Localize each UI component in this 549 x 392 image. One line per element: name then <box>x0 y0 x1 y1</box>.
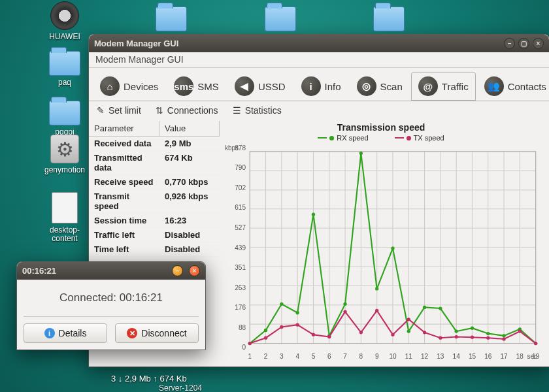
desktop-icon-desktop-content[interactable]: desktop-content <box>39 192 90 243</box>
statistics-button[interactable]: ☰ Statistics <box>233 105 282 116</box>
chart-ytick: 527 <box>226 223 246 231</box>
chart-xlabel: sec <box>527 353 537 360</box>
svg-point-41 <box>407 330 410 333</box>
svg-point-67 <box>518 330 522 333</box>
gear-icon <box>50 135 79 163</box>
close-button[interactable]: × <box>533 38 544 49</box>
tab-ussd[interactable]: ◀USSD <box>227 72 293 101</box>
desktop-icon-folder[interactable] <box>363 7 414 34</box>
svg-point-38 <box>359 152 363 155</box>
desktop-icon-folder[interactable] <box>255 7 306 34</box>
chart-xtick: 11 <box>405 353 412 360</box>
connection-status-label: Connected: 00:16:21 <box>24 291 199 304</box>
svg-point-68 <box>534 342 537 345</box>
svg-point-64 <box>471 336 474 339</box>
folder-icon <box>49 101 80 125</box>
connections-button[interactable]: ⇅ Connections <box>156 105 218 116</box>
desktop-icon-HUAWEI[interactable]: HUAWEI <box>39 1 90 41</box>
traffic-statusbar: 3 ↓ 2,9 Mb ↑ 674 Kb <box>111 374 187 384</box>
conn-titlebar[interactable]: 00:16:21 – × <box>17 262 205 280</box>
folder-icon <box>156 7 187 31</box>
svg-point-40 <box>391 246 394 250</box>
desktop-icon-genymotion[interactable]: genymotion <box>39 135 90 174</box>
tab-traffic[interactable]: @Traffic <box>411 72 476 101</box>
param-name: Traffic left <box>89 228 159 242</box>
svg-point-51 <box>264 336 267 340</box>
connection-window: 00:16:21 – × Connected: 00:16:21 i Detai… <box>16 261 206 350</box>
chart-ytick: 351 <box>226 264 246 271</box>
mm-menubar[interactable]: Modem Manager GUI <box>89 52 549 68</box>
edit-icon: ✎ <box>97 105 105 116</box>
chart-area: Transmission speed RX speedTX speed kbps… <box>220 121 549 367</box>
mm-tabs: ⌂DevicessmsSMS◀USSDiInfo◎Scan@Traffic👥Co… <box>89 68 549 101</box>
svg-point-54 <box>312 333 315 336</box>
param-value: Disabled <box>159 242 220 256</box>
connections-label: Connections <box>167 105 218 116</box>
svg-point-60 <box>407 318 410 321</box>
toolbar-icon: 👥 <box>484 76 504 96</box>
tab-label: Traffic <box>442 81 469 92</box>
desktop-icon-label: paq <box>39 78 90 87</box>
tab-devices[interactable]: ⌂Devices <box>93 72 165 101</box>
param-value: 0,926 kbps <box>159 189 220 213</box>
desktop-icon-label: HUAWEI <box>39 33 90 41</box>
doc-icon <box>52 192 78 223</box>
list-icon: ☰ <box>233 105 241 116</box>
svg-point-35 <box>312 213 315 216</box>
maximize-button[interactable]: ▢ <box>518 38 529 49</box>
toolbar-icon: sms <box>174 76 193 96</box>
conn-minimize-button[interactable]: – <box>172 265 183 276</box>
minimize-button[interactable]: – <box>504 38 515 49</box>
chart-ytick: 702 <box>226 184 246 191</box>
legend-item: TX speed <box>395 134 444 142</box>
chart-xtick: 18 <box>516 353 524 360</box>
chart-ytick: 88 <box>226 323 246 331</box>
set-limit-button[interactable]: ✎ Set limit <box>97 105 141 116</box>
tab-label: Scan <box>380 81 403 92</box>
svg-point-45 <box>471 327 474 330</box>
param-header-value[interactable]: Value <box>159 121 220 136</box>
conn-close-button[interactable]: × <box>189 265 200 276</box>
tab-label: Devices <box>124 81 158 92</box>
svg-point-32 <box>264 329 267 332</box>
tab-contacts[interactable]: 👥Contacts <box>477 72 549 101</box>
tab-label: Contacts <box>508 81 546 92</box>
chart-xtick: 2 <box>264 353 268 360</box>
toolbar-icon: ⌂ <box>100 76 120 96</box>
mm-titlebar[interactable]: Modem Manager GUI – ▢ × <box>89 35 549 52</box>
param-header-parameter[interactable]: Parameter <box>89 121 159 136</box>
details-label: Details <box>59 328 87 338</box>
disconnect-button[interactable]: ✕ Disconnect <box>115 323 199 343</box>
param-name: Session time <box>89 214 159 227</box>
details-button[interactable]: i Details <box>24 323 107 343</box>
tab-sms[interactable]: smsSMS <box>167 72 226 101</box>
param-name: Received data <box>89 137 159 150</box>
svg-point-52 <box>280 325 283 329</box>
chart-xtick: 13 <box>437 353 444 360</box>
param-value: 0,770 kbps <box>159 175 220 189</box>
tab-scan[interactable]: ◎Scan <box>350 72 410 101</box>
mm-title: Modem Manager GUI <box>94 39 178 48</box>
chart-xtick: 12 <box>421 353 428 360</box>
chart-ytick: 615 <box>226 204 246 211</box>
param-value: Disabled <box>159 228 220 242</box>
desktop-icon-pggpi[interactable]: pggpi <box>39 101 90 137</box>
tab-info[interactable]: iInfo <box>294 72 348 101</box>
table-row: Traffic leftDisabled <box>89 228 220 242</box>
desktop-icon-paq[interactable]: paq <box>39 51 90 87</box>
host-label: Server-1204 <box>159 384 202 392</box>
svg-point-65 <box>486 336 490 340</box>
chart-xtick: 16 <box>484 353 491 360</box>
table-row: Time leftDisabled <box>89 242 220 257</box>
svg-point-37 <box>343 302 346 306</box>
svg-point-46 <box>486 332 490 335</box>
set-limit-label: Set limit <box>108 105 141 116</box>
folder-icon <box>49 51 80 76</box>
chart-ytick: 263 <box>226 284 246 291</box>
disconnect-label: Disconnect <box>141 328 186 338</box>
desktop-icon-folder[interactable] <box>146 7 197 34</box>
svg-point-44 <box>455 330 458 333</box>
statistics-label: Statistics <box>245 105 282 116</box>
disc-icon <box>50 1 79 30</box>
transfer-icon: ⇅ <box>156 105 163 116</box>
